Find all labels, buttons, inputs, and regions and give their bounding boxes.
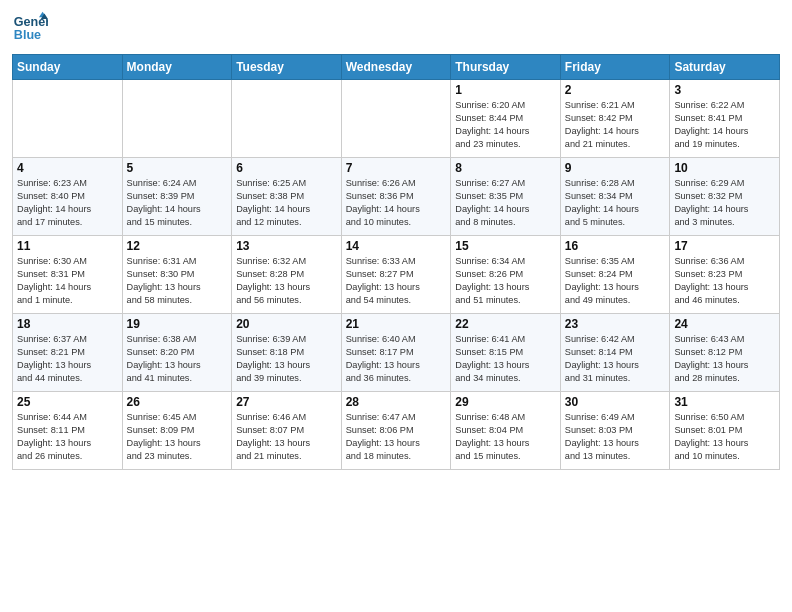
- week-row-5: 25Sunrise: 6:44 AM Sunset: 8:11 PM Dayli…: [13, 392, 780, 470]
- calendar-cell: 23Sunrise: 6:42 AM Sunset: 8:14 PM Dayli…: [560, 314, 670, 392]
- day-info: Sunrise: 6:47 AM Sunset: 8:06 PM Dayligh…: [346, 411, 447, 463]
- svg-text:Blue: Blue: [14, 28, 41, 42]
- day-info: Sunrise: 6:38 AM Sunset: 8:20 PM Dayligh…: [127, 333, 228, 385]
- day-info: Sunrise: 6:25 AM Sunset: 8:38 PM Dayligh…: [236, 177, 337, 229]
- day-number: 11: [17, 239, 118, 253]
- day-number: 16: [565, 239, 666, 253]
- day-number: 21: [346, 317, 447, 331]
- weekday-header-friday: Friday: [560, 55, 670, 80]
- calendar-cell: [232, 80, 342, 158]
- day-info: Sunrise: 6:33 AM Sunset: 8:27 PM Dayligh…: [346, 255, 447, 307]
- week-row-4: 18Sunrise: 6:37 AM Sunset: 8:21 PM Dayli…: [13, 314, 780, 392]
- day-number: 4: [17, 161, 118, 175]
- day-info: Sunrise: 6:49 AM Sunset: 8:03 PM Dayligh…: [565, 411, 666, 463]
- day-info: Sunrise: 6:27 AM Sunset: 8:35 PM Dayligh…: [455, 177, 556, 229]
- calendar-cell: 27Sunrise: 6:46 AM Sunset: 8:07 PM Dayli…: [232, 392, 342, 470]
- calendar-cell: 7Sunrise: 6:26 AM Sunset: 8:36 PM Daylig…: [341, 158, 451, 236]
- day-number: 5: [127, 161, 228, 175]
- day-number: 14: [346, 239, 447, 253]
- calendar-cell: 8Sunrise: 6:27 AM Sunset: 8:35 PM Daylig…: [451, 158, 561, 236]
- day-number: 30: [565, 395, 666, 409]
- calendar-cell: 6Sunrise: 6:25 AM Sunset: 8:38 PM Daylig…: [232, 158, 342, 236]
- day-number: 19: [127, 317, 228, 331]
- day-number: 29: [455, 395, 556, 409]
- day-info: Sunrise: 6:35 AM Sunset: 8:24 PM Dayligh…: [565, 255, 666, 307]
- calendar-cell: 14Sunrise: 6:33 AM Sunset: 8:27 PM Dayli…: [341, 236, 451, 314]
- day-number: 27: [236, 395, 337, 409]
- day-number: 1: [455, 83, 556, 97]
- logo-icon: General Blue: [12, 10, 48, 46]
- weekday-header-saturday: Saturday: [670, 55, 780, 80]
- weekday-header-wednesday: Wednesday: [341, 55, 451, 80]
- calendar-cell: 4Sunrise: 6:23 AM Sunset: 8:40 PM Daylig…: [13, 158, 123, 236]
- day-info: Sunrise: 6:26 AM Sunset: 8:36 PM Dayligh…: [346, 177, 447, 229]
- day-info: Sunrise: 6:30 AM Sunset: 8:31 PM Dayligh…: [17, 255, 118, 307]
- calendar-cell: 13Sunrise: 6:32 AM Sunset: 8:28 PM Dayli…: [232, 236, 342, 314]
- day-info: Sunrise: 6:32 AM Sunset: 8:28 PM Dayligh…: [236, 255, 337, 307]
- day-info: Sunrise: 6:42 AM Sunset: 8:14 PM Dayligh…: [565, 333, 666, 385]
- day-info: Sunrise: 6:43 AM Sunset: 8:12 PM Dayligh…: [674, 333, 775, 385]
- day-info: Sunrise: 6:50 AM Sunset: 8:01 PM Dayligh…: [674, 411, 775, 463]
- calendar-cell: 18Sunrise: 6:37 AM Sunset: 8:21 PM Dayli…: [13, 314, 123, 392]
- day-number: 20: [236, 317, 337, 331]
- day-number: 3: [674, 83, 775, 97]
- calendar-cell: [13, 80, 123, 158]
- calendar-cell: 3Sunrise: 6:22 AM Sunset: 8:41 PM Daylig…: [670, 80, 780, 158]
- calendar-cell: 10Sunrise: 6:29 AM Sunset: 8:32 PM Dayli…: [670, 158, 780, 236]
- calendar-cell: 12Sunrise: 6:31 AM Sunset: 8:30 PM Dayli…: [122, 236, 232, 314]
- day-info: Sunrise: 6:48 AM Sunset: 8:04 PM Dayligh…: [455, 411, 556, 463]
- calendar-cell: 9Sunrise: 6:28 AM Sunset: 8:34 PM Daylig…: [560, 158, 670, 236]
- day-number: 13: [236, 239, 337, 253]
- calendar-cell: 16Sunrise: 6:35 AM Sunset: 8:24 PM Dayli…: [560, 236, 670, 314]
- weekday-header-thursday: Thursday: [451, 55, 561, 80]
- day-number: 26: [127, 395, 228, 409]
- header: General Blue: [12, 10, 780, 46]
- calendar-cell: 25Sunrise: 6:44 AM Sunset: 8:11 PM Dayli…: [13, 392, 123, 470]
- day-info: Sunrise: 6:34 AM Sunset: 8:26 PM Dayligh…: [455, 255, 556, 307]
- day-number: 8: [455, 161, 556, 175]
- day-info: Sunrise: 6:37 AM Sunset: 8:21 PM Dayligh…: [17, 333, 118, 385]
- day-number: 12: [127, 239, 228, 253]
- calendar-cell: 22Sunrise: 6:41 AM Sunset: 8:15 PM Dayli…: [451, 314, 561, 392]
- weekday-header-sunday: Sunday: [13, 55, 123, 80]
- day-info: Sunrise: 6:28 AM Sunset: 8:34 PM Dayligh…: [565, 177, 666, 229]
- day-info: Sunrise: 6:20 AM Sunset: 8:44 PM Dayligh…: [455, 99, 556, 151]
- day-number: 24: [674, 317, 775, 331]
- day-info: Sunrise: 6:40 AM Sunset: 8:17 PM Dayligh…: [346, 333, 447, 385]
- day-info: Sunrise: 6:22 AM Sunset: 8:41 PM Dayligh…: [674, 99, 775, 151]
- day-info: Sunrise: 6:24 AM Sunset: 8:39 PM Dayligh…: [127, 177, 228, 229]
- calendar-cell: 31Sunrise: 6:50 AM Sunset: 8:01 PM Dayli…: [670, 392, 780, 470]
- day-info: Sunrise: 6:36 AM Sunset: 8:23 PM Dayligh…: [674, 255, 775, 307]
- calendar-table: SundayMondayTuesdayWednesdayThursdayFrid…: [12, 54, 780, 470]
- weekday-header-monday: Monday: [122, 55, 232, 80]
- calendar-cell: 21Sunrise: 6:40 AM Sunset: 8:17 PM Dayli…: [341, 314, 451, 392]
- day-info: Sunrise: 6:44 AM Sunset: 8:11 PM Dayligh…: [17, 411, 118, 463]
- day-info: Sunrise: 6:29 AM Sunset: 8:32 PM Dayligh…: [674, 177, 775, 229]
- day-number: 22: [455, 317, 556, 331]
- day-info: Sunrise: 6:31 AM Sunset: 8:30 PM Dayligh…: [127, 255, 228, 307]
- calendar-cell: 19Sunrise: 6:38 AM Sunset: 8:20 PM Dayli…: [122, 314, 232, 392]
- day-info: Sunrise: 6:23 AM Sunset: 8:40 PM Dayligh…: [17, 177, 118, 229]
- weekday-header-tuesday: Tuesday: [232, 55, 342, 80]
- day-info: Sunrise: 6:39 AM Sunset: 8:18 PM Dayligh…: [236, 333, 337, 385]
- day-number: 23: [565, 317, 666, 331]
- day-number: 28: [346, 395, 447, 409]
- calendar-cell: [341, 80, 451, 158]
- weekday-header-row: SundayMondayTuesdayWednesdayThursdayFrid…: [13, 55, 780, 80]
- day-number: 25: [17, 395, 118, 409]
- day-number: 17: [674, 239, 775, 253]
- logo: General Blue: [12, 10, 48, 46]
- day-number: 15: [455, 239, 556, 253]
- calendar-cell: 1Sunrise: 6:20 AM Sunset: 8:44 PM Daylig…: [451, 80, 561, 158]
- calendar-cell: 11Sunrise: 6:30 AM Sunset: 8:31 PM Dayli…: [13, 236, 123, 314]
- calendar-cell: 17Sunrise: 6:36 AM Sunset: 8:23 PM Dayli…: [670, 236, 780, 314]
- week-row-3: 11Sunrise: 6:30 AM Sunset: 8:31 PM Dayli…: [13, 236, 780, 314]
- calendar-cell: 29Sunrise: 6:48 AM Sunset: 8:04 PM Dayli…: [451, 392, 561, 470]
- day-info: Sunrise: 6:21 AM Sunset: 8:42 PM Dayligh…: [565, 99, 666, 151]
- day-number: 18: [17, 317, 118, 331]
- calendar-cell: 5Sunrise: 6:24 AM Sunset: 8:39 PM Daylig…: [122, 158, 232, 236]
- day-number: 2: [565, 83, 666, 97]
- day-info: Sunrise: 6:41 AM Sunset: 8:15 PM Dayligh…: [455, 333, 556, 385]
- day-number: 6: [236, 161, 337, 175]
- day-number: 7: [346, 161, 447, 175]
